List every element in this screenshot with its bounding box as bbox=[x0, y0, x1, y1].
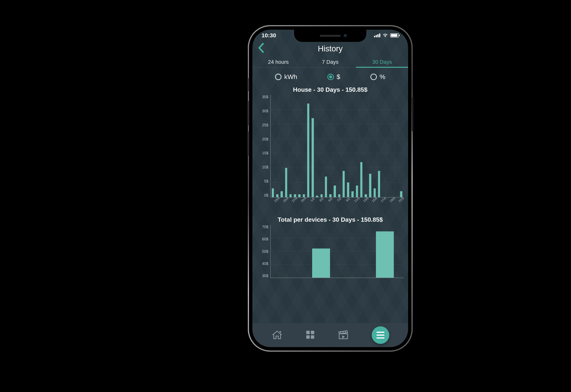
wifi-icon bbox=[383, 33, 388, 38]
page-title: History bbox=[318, 44, 343, 53]
y-axis: 35$30$25$20$15$10$5$0$ bbox=[257, 95, 270, 197]
svg-rect-2 bbox=[306, 335, 310, 339]
grid-icon bbox=[305, 330, 315, 339]
y-tick: 15$ bbox=[262, 151, 268, 155]
chart-bar[interactable] bbox=[334, 185, 336, 197]
nav-home[interactable] bbox=[271, 330, 283, 341]
tab-30-days[interactable]: 30 Days bbox=[356, 56, 408, 68]
tab-24-hours[interactable]: 24 hours bbox=[252, 56, 304, 68]
y-tick: 60$ bbox=[262, 237, 268, 241]
unit-percent[interactable]: % bbox=[371, 73, 385, 81]
content-area: House - 30 Days - 150.85$ 35$30$25$20$15… bbox=[252, 84, 408, 347]
chart-plot-area[interactable] bbox=[270, 225, 403, 278]
chart-bar[interactable] bbox=[312, 118, 314, 197]
tab-label: 30 Days bbox=[372, 59, 392, 65]
menu-fab[interactable] bbox=[372, 326, 389, 344]
svg-rect-1 bbox=[311, 331, 314, 334]
y-tick: 70$ bbox=[262, 225, 268, 229]
tab-7-days[interactable]: 7 Days bbox=[304, 56, 356, 68]
nav-grid[interactable] bbox=[305, 330, 315, 340]
radio-icon bbox=[275, 74, 282, 80]
volume-up-button bbox=[247, 101, 249, 126]
unit-selector: kWh $ % bbox=[252, 68, 408, 84]
y-tick: 25$ bbox=[262, 123, 268, 127]
chart-bar[interactable] bbox=[369, 174, 371, 197]
phone-frame: 10:30 History 24 hours bbox=[247, 25, 413, 352]
battery-icon bbox=[390, 33, 399, 38]
chart-bar[interactable] bbox=[325, 177, 327, 197]
y-tick: 50$ bbox=[262, 249, 268, 254]
y-tick: 20$ bbox=[262, 137, 268, 141]
y-tick: 0$ bbox=[264, 193, 268, 197]
radio-selected-icon bbox=[327, 74, 334, 80]
unit-dollar[interactable]: $ bbox=[327, 73, 340, 81]
clapboard-icon bbox=[338, 330, 349, 340]
phone-notch bbox=[294, 30, 366, 42]
svg-rect-3 bbox=[311, 335, 314, 339]
chart-bar[interactable] bbox=[307, 103, 310, 197]
chart-plot-area[interactable] bbox=[270, 95, 403, 197]
chart-bar[interactable] bbox=[343, 171, 345, 197]
unit-kwh[interactable]: kWh bbox=[275, 73, 297, 81]
y-axis: 70$60$50$40$30$ bbox=[257, 225, 270, 278]
nav-header: History bbox=[252, 41, 408, 56]
cellular-signal-icon bbox=[374, 33, 380, 37]
tab-label: 24 hours bbox=[268, 59, 289, 65]
svg-rect-0 bbox=[306, 331, 310, 334]
nav-scenes[interactable] bbox=[338, 330, 349, 341]
unit-label: % bbox=[380, 73, 385, 81]
chart-title: Total per devices - 30 Days - 150.85$ bbox=[257, 216, 403, 223]
house-chart: House - 30 Days - 150.85$ 35$30$25$20$15… bbox=[257, 84, 403, 214]
chart-bar[interactable] bbox=[378, 171, 380, 197]
x-axis: 23/425/427/429/41/53/55/57/59/511/513/51… bbox=[270, 199, 403, 214]
radio-icon bbox=[371, 74, 377, 80]
y-tick: 35$ bbox=[262, 95, 268, 99]
chart-bar[interactable] bbox=[360, 162, 363, 197]
unit-label: kWh bbox=[284, 73, 297, 81]
y-tick: 30$ bbox=[262, 109, 268, 113]
chart-bar[interactable] bbox=[376, 231, 394, 278]
chart-bar[interactable] bbox=[312, 249, 330, 278]
y-tick: 30$ bbox=[262, 274, 268, 278]
app-screen: 10:30 History 24 hours bbox=[252, 30, 408, 347]
volume-down-button bbox=[247, 131, 249, 156]
unit-label: $ bbox=[337, 73, 340, 81]
hamburger-icon bbox=[376, 332, 385, 338]
tab-label: 7 Days bbox=[322, 59, 338, 65]
chevron-left-icon bbox=[258, 43, 264, 53]
period-tabs: 24 hours 7 Days 30 Days bbox=[252, 56, 408, 68]
y-tick: 5$ bbox=[264, 179, 268, 183]
status-time: 10:30 bbox=[261, 32, 276, 39]
speaker-grill bbox=[320, 35, 341, 37]
y-tick: 10$ bbox=[262, 165, 268, 169]
house-icon bbox=[271, 330, 283, 340]
power-button bbox=[412, 97, 414, 131]
mute-switch bbox=[247, 78, 249, 91]
y-tick: 40$ bbox=[262, 262, 268, 266]
bottom-nav bbox=[252, 323, 408, 347]
front-camera bbox=[343, 34, 347, 38]
devices-chart: Total per devices - 30 Days - 150.85$ 70… bbox=[257, 214, 403, 278]
back-button[interactable] bbox=[258, 43, 264, 55]
chart-title: House - 30 Days - 150.85$ bbox=[257, 86, 403, 93]
